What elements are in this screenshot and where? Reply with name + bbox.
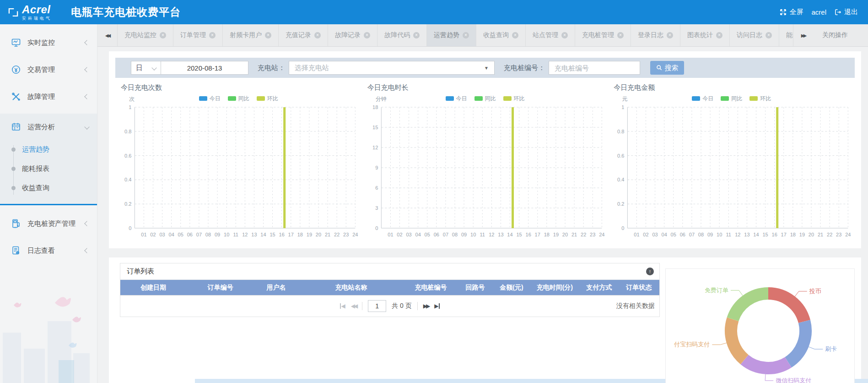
tabs-scroll-left-button[interactable]: ◀◀	[97, 24, 118, 46]
svg-text:0: 0	[129, 225, 131, 231]
pile-number-input[interactable]	[549, 61, 640, 75]
sidebar-nav: 实时监控交易管理故障管理运营分析运营趋势能耗报表收益查询充电桩资产管理日志查看	[0, 24, 97, 383]
tab-运营趋势[interactable]: 运营趋势×	[427, 24, 476, 46]
sidebar-subitem-收益查询[interactable]: 收益查询	[0, 178, 97, 197]
search-icon	[656, 65, 663, 71]
tab-close-icon[interactable]: ×	[364, 32, 370, 38]
tab-充电站监控[interactable]: 充电站监控×	[118, 24, 173, 46]
sidebar-subitem-能耗报表[interactable]: 能耗报表	[0, 159, 97, 178]
tab-close-icon[interactable]: ×	[561, 32, 568, 38]
tab-访问日志[interactable]: 访问日志×	[730, 24, 779, 46]
legend-label: 今日	[456, 95, 467, 103]
svg-text:11: 11	[726, 232, 731, 237]
prev-page-button[interactable]: ◀◀	[351, 303, 356, 309]
first-page-button[interactable]: ◀	[340, 303, 345, 309]
fault-icon	[11, 92, 21, 102]
pie-slice-投币[interactable]	[768, 294, 804, 322]
legend-label: 环比	[514, 95, 525, 103]
legend-item-同比[interactable]: 同比	[228, 95, 249, 103]
fullscreen-button[interactable]: 全屏	[780, 8, 803, 16]
collapse-panel-button[interactable]: ↑	[646, 268, 654, 275]
legend-item-今日[interactable]: 今日	[446, 95, 467, 103]
svg-text:04: 04	[415, 232, 421, 237]
pie-slice-微信扫码支付[interactable]	[744, 360, 788, 368]
tab-close-icon[interactable]: ×	[512, 32, 518, 38]
legend-item-同比[interactable]: 同比	[721, 95, 742, 103]
tab-能耗报表[interactable]: 能耗报表×	[779, 24, 793, 46]
svg-text:0.6: 0.6	[124, 153, 131, 159]
svg-text:06: 06	[187, 232, 193, 237]
tab-订单管理[interactable]: 订单管理×	[173, 24, 223, 46]
sidebar-item-运营分析[interactable]: 运营分析	[0, 117, 97, 137]
search-button[interactable]: 搜索	[650, 61, 684, 75]
tabs-scroll-right-button[interactable]: ▶▶	[793, 24, 813, 46]
legend-label: 今日	[210, 95, 221, 103]
sidebar-subitem-运营趋势[interactable]: 运营趋势	[0, 140, 97, 159]
tab-close-icon[interactable]: ×	[617, 32, 624, 38]
svg-text:13: 13	[251, 232, 257, 237]
legend-swatch	[749, 96, 758, 101]
legend-item-环比[interactable]: 环比	[503, 95, 525, 103]
pie-slice-刷卡[interactable]	[788, 322, 806, 362]
legend-item-环比[interactable]: 环比	[257, 95, 278, 103]
filter-bar: 日 充电站： 选择充电站 ▼ 充电桩编号： 搜索	[115, 58, 855, 78]
tab-close-icon[interactable]: ×	[463, 32, 469, 38]
sidebar-item-日志查看[interactable]: 日志查看	[0, 241, 97, 261]
pie-slice-付宝扫码支付[interactable]	[731, 319, 745, 360]
station-select[interactable]: 选择充电站 ▼	[289, 61, 495, 75]
close-operations-menu[interactable]: 关闭操作	[813, 24, 868, 46]
tab-close-icon[interactable]: ×	[667, 32, 673, 38]
tab-登录日志[interactable]: 登录日志×	[631, 24, 680, 46]
svg-text:05: 05	[424, 232, 430, 237]
svg-text:0.4: 0.4	[124, 177, 131, 182]
tab-label: 充电站监控	[124, 31, 156, 39]
last-page-button[interactable]: ▶	[434, 303, 440, 309]
tab-图表统计[interactable]: 图表统计×	[680, 24, 730, 46]
page-number-input[interactable]	[368, 300, 386, 312]
sidebar-item-充电桩资产管理[interactable]: 充电桩资产管理	[0, 213, 97, 234]
period-select[interactable]: 日	[131, 61, 161, 75]
date-input[interactable]	[161, 61, 248, 75]
next-page-button[interactable]: ▶▶	[423, 303, 429, 309]
sidebar-item-实时监控[interactable]: 实时监控	[0, 33, 97, 53]
tab-充值记录[interactable]: 充值记录×	[279, 24, 328, 46]
tab-收益查询[interactable]: 收益查询×	[476, 24, 526, 46]
tab-close-icon[interactable]: ×	[766, 32, 772, 38]
tab-close-icon[interactable]: ×	[314, 32, 321, 38]
username[interactable]: acrel	[811, 8, 826, 16]
tab-close-icon[interactable]: ×	[413, 32, 420, 38]
tab-close-icon[interactable]: ×	[265, 32, 271, 38]
chart-unit-label: 分钟	[376, 95, 387, 103]
tab-故障记录[interactable]: 故障记录×	[328, 24, 377, 46]
tab-站点管理[interactable]: 站点管理×	[526, 24, 575, 46]
transaction-icon	[11, 65, 21, 75]
chart-subheader: 分钟今日同比环比	[362, 94, 609, 103]
legend-item-今日[interactable]: 今日	[199, 95, 221, 103]
sidebar-item-label: 日志查看	[27, 246, 55, 255]
tab-故障代码[interactable]: 故障代码×	[377, 24, 427, 46]
column-header-创建日期: 创建日期	[120, 284, 186, 292]
sidebar-item-label: 故障管理	[27, 93, 55, 101]
chevron-left-icon	[84, 40, 89, 45]
svg-text:16: 16	[772, 232, 777, 237]
tab-close-icon[interactable]: ×	[160, 32, 166, 38]
chart-今日充电时长: 今日充电时长分钟今日同比环比03691215180102030405060708…	[362, 83, 609, 242]
svg-text:23: 23	[836, 232, 841, 237]
svg-text:11: 11	[233, 232, 238, 237]
tab-close-icon[interactable]: ×	[716, 32, 722, 38]
pile-number-label: 充电桩编号：	[504, 64, 545, 72]
pager-divider	[417, 302, 418, 310]
pie-slice-免费订单[interactable]	[733, 294, 768, 319]
sidebar-item-故障管理[interactable]: 故障管理	[0, 87, 97, 107]
tab-label: 充值记录	[286, 31, 311, 39]
logout-button[interactable]: 退出	[835, 8, 858, 16]
legend-swatch	[721, 96, 729, 101]
tab-close-icon[interactable]: ×	[209, 32, 216, 38]
legend-item-今日[interactable]: 今日	[692, 95, 713, 103]
page-title: 电瓶车充电桩收费平台	[71, 5, 181, 19]
legend-item-同比[interactable]: 同比	[474, 95, 496, 103]
tab-射频卡用户[interactable]: 射频卡用户×	[223, 24, 279, 46]
sidebar-item-交易管理[interactable]: 交易管理	[0, 60, 97, 80]
tab-充电桩管理[interactable]: 充电桩管理×	[575, 24, 631, 46]
legend-item-环比[interactable]: 环比	[749, 95, 771, 103]
